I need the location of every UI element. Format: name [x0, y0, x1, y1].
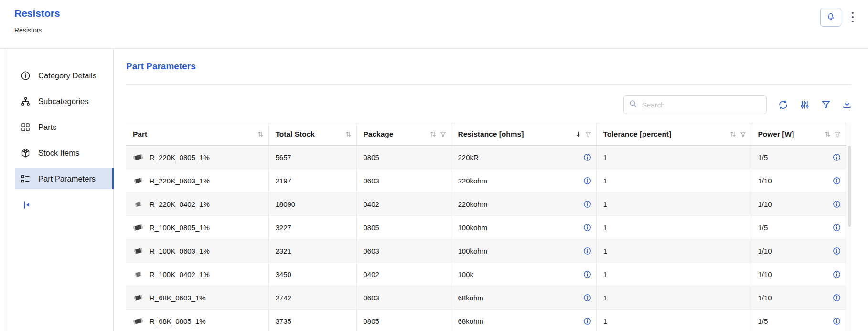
page-title: Resistors	[14, 8, 854, 19]
info-icon[interactable]	[583, 224, 591, 232]
power-cell: 1/10	[751, 286, 846, 310]
info-icon[interactable]	[833, 247, 841, 255]
power-cell: 1/10	[751, 239, 846, 263]
download-button[interactable]	[842, 100, 852, 109]
table-row[interactable]: R_100K_0402_1%34500402100k11/10	[126, 263, 846, 286]
filter-icon[interactable]	[585, 131, 591, 138]
table-row[interactable]: R_220K_0402_1%180900402220kohm11/10	[126, 192, 846, 216]
resistor-chip-image	[133, 248, 143, 254]
resistance-value: 100kohm	[458, 247, 488, 255]
filter-button[interactable]	[821, 100, 831, 109]
power-cell: 1/10	[751, 192, 846, 216]
part-cell[interactable]: R_100K_0402_1%	[126, 263, 268, 286]
part-cell[interactable]: R_220K_0402_1%	[126, 192, 268, 216]
table-row[interactable]: R_68K_0603_1%2742060368kohm11/10	[126, 286, 846, 310]
part-cell[interactable]: R_100K_0603_1%	[126, 239, 268, 263]
resistance-cell: 100kohm	[451, 239, 596, 263]
power-value: 1/10	[758, 294, 772, 302]
sidebar-item-label: Category Details	[38, 71, 96, 80]
column-header-package[interactable]: Package	[356, 123, 451, 146]
resistor-chip-image	[133, 202, 143, 207]
part-cell[interactable]: R_220K_0603_1%	[126, 169, 268, 192]
overflow-menu-button[interactable]	[850, 10, 856, 25]
power-cell: 1/10	[751, 263, 846, 286]
bell-icon	[826, 11, 836, 23]
sort-icon[interactable]	[825, 131, 831, 138]
sidebar-item-subcategories[interactable]: Subcategories	[15, 91, 113, 112]
tolerance-cell: 1	[596, 286, 751, 310]
table-row[interactable]: R_100K_0603_1%23210603100kohm11/10	[126, 239, 846, 263]
search-box[interactable]	[623, 95, 767, 114]
info-icon[interactable]	[833, 294, 841, 302]
column-header-total-stock[interactable]: Total Stock	[268, 123, 356, 146]
sort-icon[interactable]	[430, 131, 436, 138]
page-header: Resistors Resistors	[0, 0, 868, 49]
info-icon[interactable]	[583, 200, 591, 208]
sort-icon[interactable]	[345, 131, 352, 138]
main-panel: Part Parameters PartTotal StockPackageRe…	[114, 49, 868, 331]
sidebar-item-label: Parts	[38, 123, 57, 132]
power-cell: 1/5	[751, 146, 846, 169]
info-icon[interactable]	[833, 317, 841, 325]
refresh-button[interactable]	[778, 100, 788, 110]
table-row[interactable]: R_220K_0805_1%56570805220kR11/5	[126, 146, 846, 169]
part-name: R_100K_0603_1%	[150, 247, 210, 255]
scrollbar-thumb[interactable]	[848, 146, 851, 227]
filter-icon[interactable]	[440, 131, 446, 138]
power-value: 1/5	[758, 224, 768, 232]
part-cell[interactable]: R_220K_0805_1%	[126, 146, 268, 169]
info-icon[interactable]	[833, 224, 841, 232]
column-header-power-w[interactable]: Power [W]	[751, 123, 846, 146]
search-input[interactable]	[641, 100, 761, 109]
table-row[interactable]: R_68K_0805_1%3735080568kohm11/5	[126, 310, 846, 331]
part-name: R_100K_0402_1%	[150, 270, 210, 278]
package-cell: 0402	[356, 192, 451, 216]
info-icon[interactable]	[833, 153, 841, 161]
info-icon[interactable]	[833, 270, 841, 278]
sort-icon[interactable]	[730, 131, 736, 138]
column-header-part[interactable]: Part	[126, 123, 268, 146]
resistance-cell: 220kR	[451, 146, 596, 169]
collapse-sidebar-button[interactable]	[21, 200, 32, 212]
column-label: Power [W]	[758, 130, 794, 139]
sidebar-item-parts[interactable]: Parts	[15, 117, 113, 138]
power-value: 1/10	[758, 270, 772, 278]
total-stock-cell: 2742	[268, 286, 356, 310]
part-cell[interactable]: R_100K_0805_1%	[126, 216, 268, 239]
info-icon[interactable]	[833, 177, 841, 185]
info-icon[interactable]	[583, 177, 591, 185]
filter-icon[interactable]	[740, 131, 746, 138]
column-settings-button[interactable]	[800, 100, 810, 110]
info-icon[interactable]	[583, 153, 591, 161]
info-icon[interactable]	[833, 200, 841, 208]
sort-desc-icon[interactable]	[575, 131, 581, 138]
part-name: R_68K_0603_1%	[150, 294, 206, 302]
search-icon	[629, 99, 637, 110]
info-icon[interactable]	[583, 247, 591, 255]
info-icon[interactable]	[583, 294, 591, 302]
part-cell[interactable]: R_68K_0805_1%	[126, 310, 268, 331]
column-header-resistance-ohms[interactable]: Resistance [ohms]	[451, 123, 596, 146]
sidebar-item-stock-items[interactable]: Stock Items	[15, 142, 113, 163]
part-parameters-table: PartTotal StockPackageResistance [ohms]T…	[126, 123, 846, 331]
table-row[interactable]: R_100K_0805_1%32270805100kohm11/5	[126, 216, 846, 239]
part-cell[interactable]: R_68K_0603_1%	[126, 286, 268, 310]
table-scrollbar[interactable]	[847, 123, 852, 331]
header-actions	[820, 8, 856, 27]
resistance-value: 100kohm	[458, 224, 488, 232]
resistance-cell: 220kohm	[451, 169, 596, 192]
sidebar-item-part-parameters[interactable]: Part Parameters	[15, 168, 113, 189]
part-name: R_100K_0805_1%	[150, 224, 210, 232]
table-row[interactable]: R_220K_0603_1%21970603220kohm11/10	[126, 169, 846, 192]
notifications-button[interactable]	[820, 8, 841, 27]
column-header-tolerance-percent[interactable]: Tolerance [percent]	[596, 123, 751, 146]
resistance-cell: 68kohm	[451, 310, 596, 331]
total-stock-cell: 3735	[268, 310, 356, 331]
breadcrumb[interactable]: Resistors	[14, 26, 42, 34]
info-icon[interactable]	[583, 317, 591, 325]
filter-icon[interactable]	[835, 131, 841, 138]
sidebar-item-category-details[interactable]: Category Details	[15, 65, 113, 86]
sort-icon[interactable]	[257, 131, 264, 138]
info-icon[interactable]	[583, 270, 591, 278]
column-label: Total Stock	[276, 130, 315, 139]
